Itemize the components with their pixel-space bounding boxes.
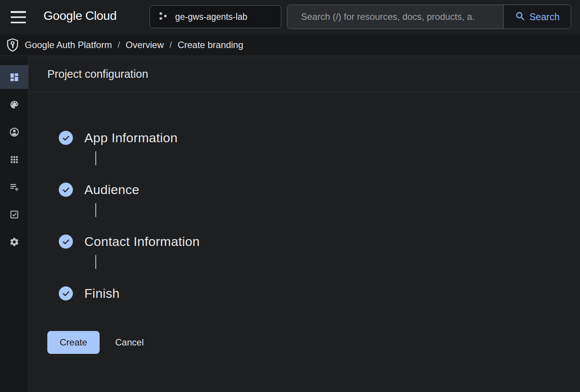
auth-platform-shield-key-icon <box>5 37 20 53</box>
sidebar <box>0 56 29 392</box>
create-button[interactable]: Create <box>47 331 100 354</box>
google-cloud-logo[interactable]: GoogleCloud <box>44 9 117 23</box>
sidebar-item-data-access[interactable] <box>0 175 28 199</box>
step-finish: Finish <box>59 286 580 301</box>
step-label: Finish <box>84 286 120 301</box>
sidebar-item-overview[interactable] <box>0 65 28 89</box>
menu-hamburger-icon[interactable] <box>11 11 26 23</box>
step-completed-check-icon <box>59 131 73 145</box>
project-selector[interactable]: ge-gws-agents-lab <box>150 5 281 28</box>
step-audience: Audience <box>59 182 580 234</box>
sidebar-item-verification[interactable] <box>0 202 28 226</box>
breadcrumb-item-overview[interactable]: Overview <box>126 40 164 50</box>
sidebar-item-branding[interactable] <box>0 93 28 116</box>
top-bar: GoogleCloud ge-gws-agents-lab Search <box>0 0 580 34</box>
breadcrumb-item-create-branding[interactable]: Create branding <box>177 40 243 50</box>
step-label: Contact Information <box>84 234 200 249</box>
logo-cloud-text: Cloud <box>85 9 116 22</box>
breadcrumb-separator: / <box>169 40 172 50</box>
project-selector-label: ge-gws-agents-lab <box>175 12 247 22</box>
search-button[interactable]: Search <box>503 5 571 29</box>
dashboard-icon <box>9 72 19 82</box>
step-completed-check-icon <box>59 235 73 249</box>
form-actions: Create Cancel <box>47 331 580 354</box>
checkbox-icon <box>9 209 19 220</box>
cancel-button[interactable]: Cancel <box>115 337 144 348</box>
step-completed-check-icon <box>59 286 73 300</box>
main-content: Project configuration App Information Au… <box>29 56 580 392</box>
search-bar: Search <box>287 5 571 29</box>
breadcrumb-item-google-auth-platform[interactable]: Google Auth Platform <box>25 40 112 50</box>
step-contact-information: Contact Information <box>59 234 580 286</box>
person-icon <box>9 127 19 137</box>
step-label: Audience <box>84 182 139 197</box>
breadcrumb: Google Auth Platform / Overview / Create… <box>0 34 580 56</box>
list-settings-icon <box>9 182 19 192</box>
sidebar-item-audience[interactable] <box>0 120 28 144</box>
search-icon <box>515 11 525 23</box>
step-app-information: App Information <box>59 130 580 182</box>
apps-grid-icon <box>9 154 19 165</box>
search-input[interactable] <box>287 5 503 29</box>
step-completed-check-icon <box>59 183 73 197</box>
step-label: App Information <box>84 130 178 145</box>
configuration-stepper: App Information Audience C <box>29 92 580 301</box>
project-icon <box>158 11 168 22</box>
breadcrumb-separator: / <box>118 40 120 50</box>
step-connector-line <box>95 203 96 217</box>
step-connector-line <box>95 151 96 165</box>
page-title: Project configuration <box>47 68 148 80</box>
sidebar-item-settings[interactable] <box>0 230 28 254</box>
gear-icon <box>9 237 19 247</box>
sidebar-item-clients[interactable] <box>0 148 28 171</box>
step-connector-line <box>95 255 96 269</box>
palette-icon <box>9 100 19 110</box>
search-button-label: Search <box>529 11 559 22</box>
logo-google-text: Google <box>44 9 82 22</box>
